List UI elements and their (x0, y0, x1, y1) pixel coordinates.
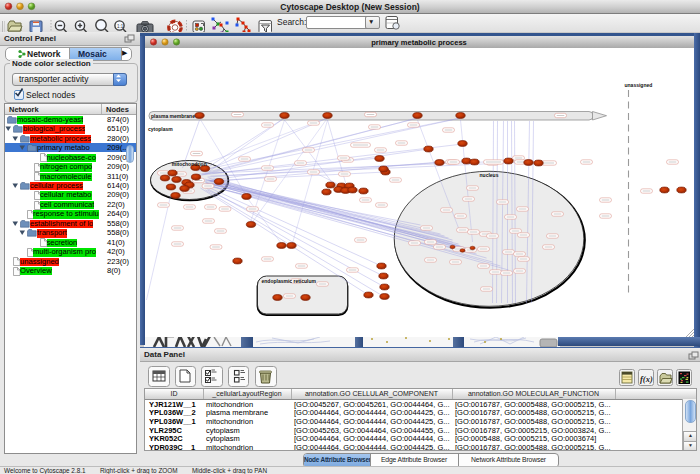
svg-text:plasma membrane: plasma membrane (151, 113, 195, 119)
svg-text:mitochondrion: mitochondrion (171, 161, 206, 167)
svg-text:nucleus: nucleus (479, 172, 498, 178)
svg-text:unassigned: unassigned (624, 82, 652, 88)
svg-text:1:1: 1:1 (117, 24, 124, 29)
svg-text:f(x): f(x) (640, 374, 653, 384)
svg-text:endoplasmic reticulum: endoplasmic reticulum (261, 278, 316, 284)
svg-text:cytoplasm: cytoplasm (148, 126, 173, 132)
